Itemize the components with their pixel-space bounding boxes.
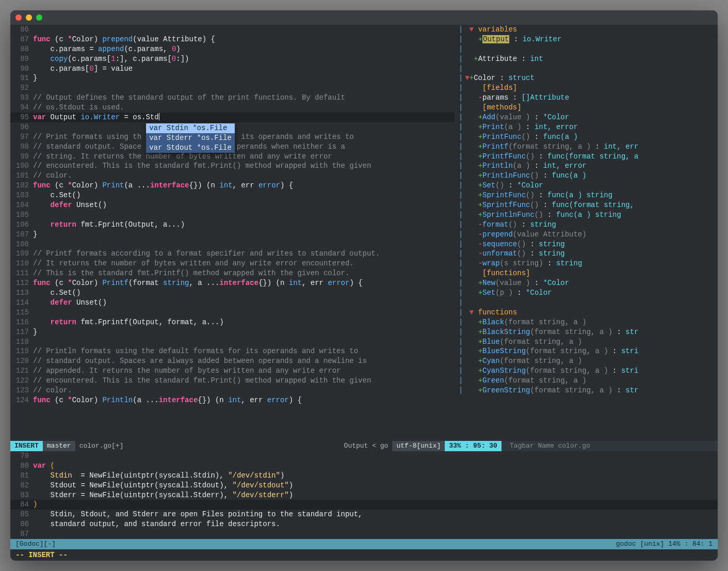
tagbar-line[interactable]: | +Output : io.Writer <box>457 35 718 44</box>
code-line[interactable]: 114 defer Unset() <box>10 298 455 308</box>
tagbar-line[interactable]: | -params : []Attribute <box>457 93 718 103</box>
tagbar-line[interactable]: | -prepend(value Attribute) <box>457 230 718 240</box>
tagbar-line[interactable]: | +Print(a ) : int, error <box>457 122 718 132</box>
tagbar-line[interactable]: | +SprintfFunc() : func(format string, <box>457 200 718 210</box>
code-line[interactable]: 108 <box>10 240 455 249</box>
tagbar-line[interactable]: | <box>457 64 718 74</box>
tagbar-line[interactable]: | <box>457 44 718 54</box>
code-line[interactable]: 103 c.Set() <box>10 191 455 200</box>
tagbar-pane[interactable]: | ▼ variables| +Output : io.Writer| | +A… <box>455 25 718 441</box>
code-line[interactable]: 81 Stdin = NewFile(uintptr(syscall.Stdin… <box>10 471 718 481</box>
tagbar-line[interactable]: | +Blue(format string, a ) <box>457 337 718 347</box>
code-line[interactable]: 102func (c *Color) Print(a ...interface{… <box>10 181 455 191</box>
tagbar-line[interactable]: | +GreenString(format string, a ) : str <box>457 386 718 395</box>
code-line[interactable]: 101// color. <box>10 171 455 181</box>
tagbar-line[interactable]: | +SprintFunc() : func(a ) string <box>457 191 718 200</box>
code-line[interactable]: 92 <box>10 83 455 93</box>
tagbar-line[interactable]: | <box>457 298 718 308</box>
code-line[interactable]: 94// os.Stdout is used. <box>10 103 455 113</box>
tagbar-status: Tagbar Name color.go <box>501 441 718 451</box>
code-line[interactable]: 104 defer Unset() <box>10 200 455 210</box>
code-line[interactable]: 99// string. It returns the number of by… <box>10 152 455 162</box>
tagbar-line[interactable]: | [fields] <box>457 83 718 93</box>
tagbar-line[interactable]: | +Add(value ) : *Color <box>457 113 718 122</box>
tagbar-line[interactable]: | +CyanString(format string, a ) : stri <box>457 366 718 376</box>
tagbar-line[interactable]: | +Set(p ) : *Color <box>457 288 718 298</box>
code-line[interactable]: 80var ( <box>10 461 718 471</box>
code-line[interactable]: 87 <box>10 529 718 539</box>
tagbar-line[interactable]: | [functions] <box>457 268 718 278</box>
code-line[interactable]: 83 Stderr = NewFile(uintptr(syscall.Stde… <box>10 490 718 500</box>
tagbar-line[interactable]: | ▼ variables <box>457 25 718 35</box>
code-line[interactable]: 124func (c *Color) Println(a ...interfac… <box>10 395 455 405</box>
code-line[interactable]: 107} <box>10 230 455 240</box>
code-line[interactable]: 85 Stdin, Stdout, and Stderr are open Fi… <box>10 510 718 519</box>
tagbar-line[interactable]: | +Black(format string, a ) <box>457 318 718 327</box>
code-line[interactable]: 120// standard output. Spaces are always… <box>10 356 455 366</box>
tagbar-line[interactable]: | +PrintlnFunc() : func(a ) <box>457 171 718 181</box>
code-line[interactable]: 112func (c *Color) Printf(format string,… <box>10 278 455 288</box>
tagbar-line[interactable]: | +New(value ) : *Color <box>457 278 718 288</box>
editor-lower[interactable]: 7980var (81 Stdin = NewFile(uintptr(sysc… <box>10 451 718 539</box>
code-line[interactable]: 110// It returns the number of bytes wri… <box>10 259 455 268</box>
code-line[interactable]: 121// appended. It returns the number of… <box>10 366 455 376</box>
code-line[interactable]: 86 <box>10 25 455 35</box>
zoom-icon[interactable] <box>36 14 42 21</box>
code-line[interactable]: 115 <box>10 308 455 318</box>
code-line[interactable]: 79 <box>10 451 718 461</box>
tagbar-line[interactable]: |▼+Color : struct <box>457 73 718 83</box>
tagbar-line[interactable]: | ▼ functions <box>457 308 718 318</box>
tagbar-line[interactable]: | +Green(format string, a ) <box>457 376 718 386</box>
code-line[interactable]: 106 return fmt.Fprint(Output, a...) <box>10 220 455 230</box>
code-line[interactable]: 118 <box>10 337 455 347</box>
code-line[interactable]: 109// Printf formats according to a form… <box>10 249 455 259</box>
close-icon[interactable] <box>15 14 22 21</box>
tagbar-line[interactable]: | +BlackString(format string, a ) : str <box>457 327 718 337</box>
code-line[interactable]: 87func (c *Color) prepend(value Attribut… <box>10 35 455 44</box>
tagbar-line[interactable]: | +Cyan(format string, a ) <box>457 356 718 366</box>
code-line[interactable]: 95var Output io.Writer = os.Std <box>10 113 455 122</box>
command-line[interactable]: -- INSERT -- <box>10 549 718 561</box>
code-line[interactable]: 119// Println formats using the default … <box>10 346 455 356</box>
code-line[interactable]: 93// Output defines the standard output … <box>10 93 455 103</box>
code-line[interactable]: 88 c.params = append(c.params, 0) <box>10 44 455 54</box>
tagbar-line[interactable]: | +SprintlnFunc() : func(a ) string <box>457 210 718 220</box>
tagbar-line[interactable]: | +PrintfFunc() : func(format string, a <box>457 152 718 162</box>
tagbar-line[interactable]: | +Printf(format string, a ) : int, err <box>457 142 718 152</box>
code-line[interactable]: 122// encountered. This is the standard … <box>10 376 455 386</box>
titlebar[interactable] <box>10 10 718 25</box>
code-line[interactable]: 86 standard output, and standard error f… <box>10 519 718 529</box>
code-line[interactable]: 90 c.params[0] = value <box>10 64 455 74</box>
code-line[interactable]: 89 copy(c.params[1:], c.params[0:]) <box>10 54 455 64</box>
code-line[interactable]: 82 Stdout = NewFile(uintptr(syscall.Stdo… <box>10 481 718 490</box>
tagbar-line[interactable]: | +Println(a ) : int, error <box>457 161 718 171</box>
editor-main[interactable]: 8687func (c *Color) prepend(value Attrib… <box>10 25 455 441</box>
fold-icon[interactable]: ▼ <box>465 74 469 82</box>
line-number: 118 <box>10 337 33 347</box>
code-line[interactable]: 84) <box>10 500 718 510</box>
tagbar-line[interactable]: | +PrintFunc() : func(a ) <box>457 132 718 142</box>
fold-icon[interactable]: ▼ <box>470 25 478 34</box>
code-line[interactable]: 116 return fmt.Fprintf(Output, format, a… <box>10 318 455 327</box>
tagbar-line[interactable]: | -unformat() : string <box>457 249 718 259</box>
completion-item[interactable]: var Stdin *os.File <box>146 123 235 133</box>
code-line[interactable]: 113 c.Set() <box>10 288 455 298</box>
tagbar-line[interactable]: | [methods] <box>457 103 718 113</box>
code-line[interactable]: 111// This is the standard fmt.Printf() … <box>10 268 455 278</box>
tagbar-line[interactable]: | -wrap(s string) : string <box>457 259 718 268</box>
tagbar-line[interactable]: | +Set() : *Color <box>457 181 718 191</box>
code-line[interactable]: 100// encountered. This is the standard … <box>10 161 455 171</box>
tagbar-line[interactable]: | -sequence() : string <box>457 240 718 249</box>
code-line[interactable]: 105 <box>10 210 455 220</box>
completion-item[interactable]: var Stdout *os.File <box>146 143 235 153</box>
fold-icon[interactable]: ▼ <box>470 308 478 316</box>
completion-item[interactable]: var Stderr *os.File <box>146 133 235 143</box>
tagbar-line[interactable]: | -format() : string <box>457 220 718 230</box>
code-line[interactable]: 117} <box>10 327 455 337</box>
code-line[interactable]: 91} <box>10 73 455 83</box>
code-line[interactable]: 123// color. <box>10 386 455 395</box>
tagbar-line[interactable]: | +Attribute : int <box>457 54 718 64</box>
tagbar-line[interactable]: | +BlueString(format string, a ) : stri <box>457 346 718 356</box>
completion-popup[interactable]: var Stdin *os.File var Stderr *os.Fileva… <box>146 123 235 153</box>
minimize-icon[interactable] <box>26 14 32 21</box>
